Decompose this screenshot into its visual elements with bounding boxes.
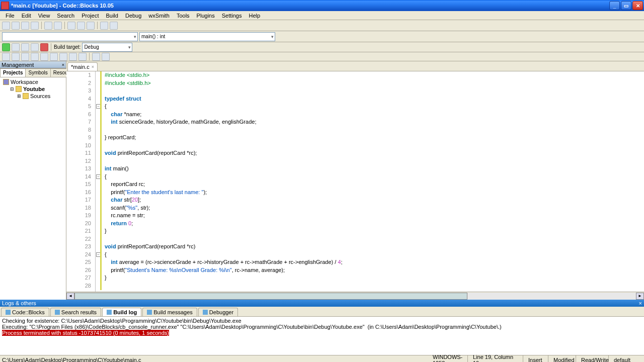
log-tab-build-messages[interactable]: Build messages [142,308,197,316]
management-title-text: Management [2,62,34,68]
log-tab-icon [55,310,60,315]
run-to-cursor-icon[interactable] [12,53,20,61]
info-icon[interactable] [102,53,110,61]
log-line: Checking for existence: C:\Users\Adam\De… [2,318,642,324]
cut-icon[interactable] [67,22,75,30]
management-close-icon[interactable]: × [62,62,64,67]
menu-wxsmith[interactable]: wxSmith [145,12,173,20]
new-icon[interactable] [2,22,10,30]
log-tab-code-blocks[interactable]: Code::Blocks [1,308,49,316]
debug-windows-icon[interactable] [92,53,100,61]
mgmt-tab-projects[interactable]: Projects [0,68,26,77]
menu-tools[interactable]: Tools [173,12,193,20]
debug-continue-icon[interactable] [2,53,10,61]
logs-close-icon[interactable]: × [639,300,642,306]
build-target-combo[interactable]: Debug [82,43,132,52]
change-bar [100,71,102,290]
status-insert: Insert [523,355,548,362]
window-title: *main.c [Youtube] - Code::Blocks 10.05 [11,3,609,9]
next-instr-icon[interactable] [50,53,58,61]
copy-icon[interactable] [77,22,85,30]
build-toolbar: Build target: Debug [0,42,644,52]
redo-icon[interactable] [54,22,62,30]
log-tabs: Code::BlocksSearch resultsBuild logBuild… [0,307,644,317]
file-tabs: *main.c × [66,61,644,71]
status-path: C:\Users\Adam\Desktop\Programming\C\Yout… [0,357,428,363]
log-error-line: Process terminated with status -10737415… [2,330,169,336]
file-tab-main[interactable]: *main.c × [67,62,98,71]
log-tab-debugger[interactable]: Debugger [198,308,238,316]
rebuild-icon[interactable] [31,43,39,51]
tree-workspace[interactable]: Workspace [1,78,65,85]
scroll-thumb[interactable] [74,293,467,300]
step-into-icon[interactable] [31,53,39,61]
management-panel: Management × ProjectsSymbolsResou Worksp… [0,61,66,300]
save-all-icon[interactable] [31,22,39,30]
tree-sources[interactable]: ⊞Sources [1,93,65,100]
status-readwrite: Read/Write [576,355,609,362]
workspace-icon [3,79,9,85]
function-combo[interactable]: main() : int [139,32,275,41]
tree-project[interactable]: ⊟Youtube [1,85,65,93]
log-body[interactable]: Checking for existence: C:\Users\Adam\De… [0,317,644,355]
status-extra: default [609,355,644,362]
menu-project[interactable]: Project [78,12,102,20]
save-icon[interactable] [21,22,29,30]
log-tab-icon [147,310,152,315]
paste-icon[interactable] [87,22,95,30]
menu-plugins[interactable]: Plugins [193,12,218,20]
menu-build[interactable]: Build [102,12,121,20]
menu-edit[interactable]: Edit [18,12,35,20]
tab-close-icon[interactable]: × [92,64,94,69]
debug-toolbar [0,52,644,61]
step-instr-icon[interactable] [59,53,67,61]
main-toolbar [0,20,644,31]
menu-settings[interactable]: Settings [218,12,246,20]
break-icon[interactable] [69,53,77,61]
scroll-track[interactable] [74,293,636,300]
folder-icon [23,93,29,99]
replace-icon[interactable] [110,22,118,30]
title-bar: *main.c [Youtube] - Code::Blocks 10.05 _… [0,0,644,11]
step-out-icon[interactable] [40,53,48,61]
stop-debug-icon[interactable] [78,53,87,61]
code-editor[interactable]: 1234567891011121314151617181920212223242… [66,71,644,292]
log-tab-build-log[interactable]: Build log [102,308,141,316]
build-run-icon[interactable] [21,43,29,51]
line-gutter: 1234567891011121314151617181920212223242… [66,71,96,292]
maximize-button[interactable]: ▭ [621,1,631,10]
close-button[interactable]: ✕ [632,1,643,10]
status-bar: C:\Users\Adam\Desktop\Programming\C\Yout… [0,355,644,362]
menu-help[interactable]: Help [245,12,264,20]
log-tab-icon [6,310,11,315]
scroll-right-icon[interactable]: ► [636,293,644,300]
log-tab-search-results[interactable]: Search results [50,308,101,316]
scope-toolbar: main() : int [0,31,644,42]
horizontal-scrollbar[interactable]: ◄ ► [66,292,644,300]
log-tab-icon [203,310,208,315]
project-tree[interactable]: Workspace ⊟Youtube ⊞Sources [0,77,66,300]
find-icon[interactable] [100,22,108,30]
management-title: Management × [0,61,66,68]
file-tab-label: *main.c [71,64,90,70]
menu-debug[interactable]: Debug [122,12,145,20]
logs-panel: Logs & others × Code::BlocksSearch resul… [0,300,644,355]
next-line-icon[interactable] [21,53,29,61]
management-tabs: ProjectsSymbolsResou [0,68,66,77]
code-lines[interactable]: #include <stdio.h>#include <stdlib.h>typ… [102,71,644,292]
menu-search[interactable]: Search [53,12,78,20]
menu-file[interactable]: File [2,12,18,20]
build-icon[interactable] [12,43,20,51]
open-icon[interactable] [12,22,20,30]
editor-area: *main.c × 123456789101112131415161718192… [66,61,644,300]
window-buttons: _ ▭ ✕ [609,1,643,10]
abort-icon[interactable] [40,43,48,51]
run-icon[interactable] [2,43,10,51]
mgmt-tab-symbols[interactable]: Symbols [25,68,50,77]
menu-view[interactable]: View [35,12,54,20]
scope-combo[interactable] [2,32,138,41]
status-position: Line 19, Column 19 [468,355,523,362]
undo-icon[interactable] [44,22,52,30]
minimize-button[interactable]: _ [609,1,620,10]
scroll-left-icon[interactable]: ◄ [66,293,74,300]
